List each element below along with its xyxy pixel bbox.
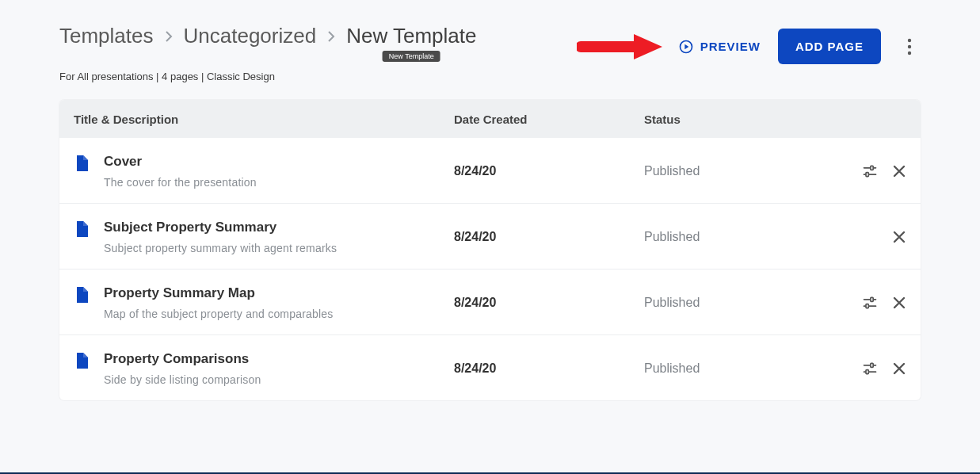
chevron-right-icon bbox=[165, 30, 173, 43]
breadcrumb: Templates Uncategorized New Template New… bbox=[59, 24, 476, 48]
settings-icon[interactable] bbox=[862, 361, 878, 377]
table-row[interactable]: Subject Property Summary Subject propert… bbox=[59, 204, 921, 269]
row-description: The cover for the presentation bbox=[104, 176, 257, 189]
table-row[interactable]: Property Summary Map Map of the subject … bbox=[59, 269, 921, 335]
close-icon[interactable] bbox=[892, 361, 906, 376]
close-icon[interactable] bbox=[892, 296, 906, 310]
row-status: Published bbox=[644, 230, 827, 244]
close-icon[interactable] bbox=[892, 164, 906, 178]
svg-rect-12 bbox=[871, 297, 873, 301]
table-header: Title & Description Date Created Status bbox=[59, 100, 921, 138]
breadcrumb-root[interactable]: Templates bbox=[59, 24, 154, 48]
row-title: Property Summary Map bbox=[104, 285, 334, 301]
table-row[interactable]: Cover The cover for the presentation 8/2… bbox=[59, 138, 921, 204]
row-description: Side by side listing comparison bbox=[104, 373, 261, 386]
breadcrumb-category[interactable]: Uncategorized bbox=[184, 24, 317, 48]
svg-rect-18 bbox=[866, 370, 868, 374]
row-date: 8/24/20 bbox=[454, 164, 644, 178]
annotation-arrow-icon bbox=[577, 31, 664, 63]
svg-point-6 bbox=[908, 51, 911, 54]
row-title: Subject Property Summary bbox=[104, 220, 337, 235]
svg-rect-14 bbox=[866, 304, 868, 308]
row-description: Subject property summary with agent rema… bbox=[104, 242, 337, 254]
row-date: 8/24/20 bbox=[454, 361, 644, 376]
breadcrumb-tooltip: New Template bbox=[383, 51, 440, 62]
col-header-status: Status bbox=[644, 113, 827, 126]
svg-rect-16 bbox=[871, 363, 873, 367]
breadcrumb-current[interactable]: New Template bbox=[346, 24, 476, 48]
svg-rect-10 bbox=[866, 173, 868, 177]
col-header-date: Date Created bbox=[454, 113, 644, 126]
document-icon bbox=[74, 154, 90, 189]
chevron-right-icon bbox=[327, 30, 335, 43]
svg-marker-1 bbox=[634, 34, 662, 59]
template-meta: For All presentations | 4 pages | Classi… bbox=[59, 71, 476, 82]
row-date: 8/24/20 bbox=[454, 296, 644, 310]
add-page-button[interactable]: ADD PAGE bbox=[778, 29, 881, 64]
settings-icon[interactable] bbox=[862, 163, 878, 179]
row-status: Published bbox=[644, 361, 827, 376]
more-menu-icon[interactable] bbox=[898, 31, 921, 63]
preview-button[interactable]: PREVIEW bbox=[678, 39, 761, 55]
svg-point-4 bbox=[908, 38, 911, 41]
svg-rect-8 bbox=[871, 166, 873, 170]
play-circle-icon bbox=[678, 39, 694, 55]
document-icon bbox=[74, 285, 90, 320]
close-icon[interactable] bbox=[892, 230, 906, 244]
row-title: Property Comparisons bbox=[104, 351, 261, 367]
svg-marker-3 bbox=[684, 44, 688, 49]
col-header-title: Title & Description bbox=[74, 113, 454, 126]
row-status: Published bbox=[644, 164, 827, 178]
pages-table: Title & Description Date Created Status … bbox=[59, 100, 921, 400]
document-icon bbox=[74, 220, 90, 254]
table-row[interactable]: Property Comparisons Side by side listin… bbox=[59, 335, 921, 400]
row-title: Cover bbox=[104, 154, 257, 170]
row-description: Map of the subject property and comparab… bbox=[104, 308, 334, 320]
document-icon bbox=[74, 351, 90, 386]
settings-icon[interactable] bbox=[862, 295, 878, 311]
svg-point-5 bbox=[908, 44, 911, 48]
row-status: Published bbox=[644, 296, 827, 310]
row-date: 8/24/20 bbox=[454, 230, 644, 244]
preview-label: PREVIEW bbox=[700, 40, 761, 53]
